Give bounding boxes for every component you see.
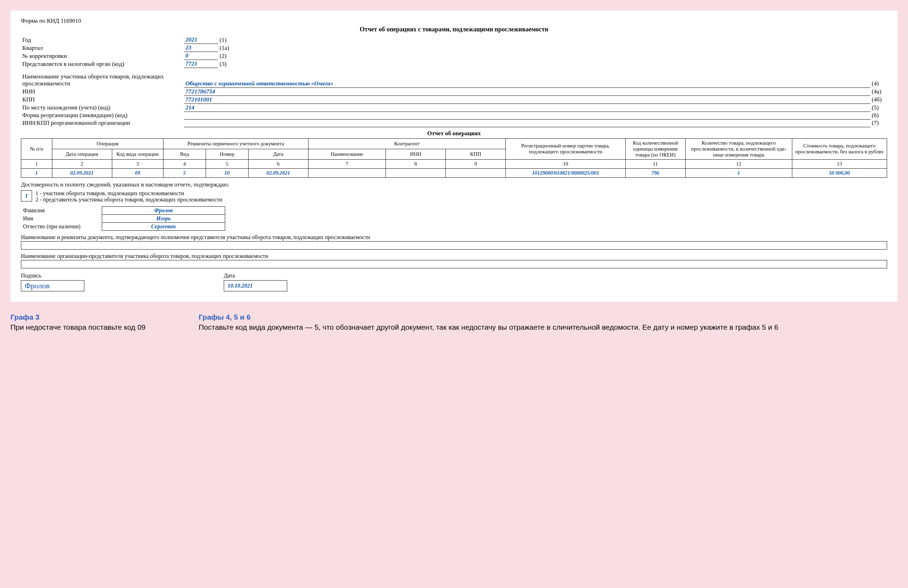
kpp-num: (4б) [870,95,887,103]
report-title: Отчет об операциях с товарами, подлежащи… [21,26,887,33]
col-qty: Количество товара, подлежащего прослежив… [685,139,792,159]
cell-1: 1 [21,168,52,177]
year-label: Год [21,36,184,44]
tax-num: (3) [218,60,235,68]
cell-5: 10 [206,168,248,177]
cell-4: 5 [163,168,206,177]
cell-11: 796 [625,168,685,177]
quarter-num: (1а) [218,44,235,52]
note-1-heading: Графа 3 [10,312,178,322]
note-col-3: Графа 3 При недостаче товара поставьте к… [10,312,178,332]
loc-num: (5) [870,103,887,111]
corr-num: (2) [218,52,235,60]
column-number-row: 1 2 3 4 5 6 7 8 9 10 11 12 13 [21,159,887,168]
cell-7 [308,168,385,177]
role-row: 1 1 - участник оборота товаров, подлежащ… [21,190,887,203]
cell-9 [446,168,506,177]
org-rep-label: Наименование организации-представителя у… [21,253,887,259]
loc-label: По месту нахождения (учета) (код) [21,103,184,111]
participant-num: (4) [870,73,887,87]
date-value: 10.10.2021 [228,283,253,289]
cell-13: 50 000,00 [792,168,887,177]
col-operation: Операция [52,139,163,149]
kpp-label: КПП [21,95,184,103]
cell-8 [386,168,446,177]
role-2: 2 - представитель участника оборота това… [35,197,222,203]
surname-value: Фролов [102,206,225,214]
signature-value: Фролов [25,281,50,290]
inn-value: 7721786754 [184,87,870,95]
surname-label: Фамилия [21,206,102,214]
col-counter: Контрагент [308,139,506,149]
form-code: Форма по КНД 1169010 [21,18,887,24]
confirm-text: Достоверность и полноту сведений, указан… [21,181,887,188]
date-box: 10.10.2021 [224,280,287,292]
col-c-inn: ИНН [386,149,446,159]
quarter-value: 23 [184,44,218,52]
auth-doc-box [21,241,887,250]
col-primary: Реквизиты первичного учетного документа [163,139,308,149]
col-unit: Код коли­чественной единицы измерения то… [625,139,685,159]
col-p-date: Дата [248,149,308,159]
inn-label: ИНН [21,87,184,95]
header-block-2: Наименование участника оборота товаров, … [21,73,887,127]
patr-label: Отчество (при наличии) [21,222,102,230]
auth-doc-label: Наименование и реквизиты документа, подт… [21,234,887,240]
ops-subtitle: Отчет об операциях [21,130,887,137]
cell-6: 02.09.2021 [248,168,308,177]
operations-table: № п/п Операция Реквизиты первичного учет… [21,139,887,178]
col-op-code: Код вида операции [112,149,163,159]
col-p-vid: Вид [163,149,206,159]
reorg-value [184,111,870,119]
corr-value: 0 [184,52,218,60]
cell-3: 09 [112,168,163,177]
year-value: 2021 [184,36,218,44]
participant-label: Наименование участника оборота товаров, … [21,73,184,87]
role-1: 1 - участник оборота товаров, подлежащих… [35,190,222,197]
reorg-inn-num: (7) [870,119,887,127]
date-label: Дата [224,272,287,279]
kpp-value: 772101001 [184,95,870,103]
cell-12: 1 [685,168,792,177]
col-c-name: Наименование [308,149,385,159]
note-1-text: При недостаче товара поставьте код 09 [10,322,178,332]
tax-value: 7721 [184,60,218,68]
col-cost: Стоимость товара, подлежащего прослежива… [792,139,887,159]
role-value: 1 [21,190,32,201]
signature-box: Фролов [21,280,84,292]
col-op-date: Дата операции [52,149,112,159]
loc-value: 214 [184,103,870,111]
document-sheet: Форма по КНД 1169010 Отчет об операциях … [10,10,898,302]
col-c-kpp: КПП [446,149,506,159]
quarter-label: Квартал [21,44,184,52]
inn-num: (4а) [870,87,887,95]
note-col-456: Графы 4, 5 и 6 Поставьте код вида докуме… [199,312,898,332]
col-reg: Регистрационный номер партии товара, под… [506,139,625,159]
tax-label: Представляется в налоговый орган (код) [21,60,184,68]
note-2-heading: Графы 4, 5 и 6 [199,312,898,322]
note-2-text: Поставьте код вида документа — 5, что об… [199,322,898,332]
name-value: Игорь [102,214,225,222]
cell-2: 02.09.2021 [52,168,112,177]
footnotes: Графа 3 При недостаче товара поставьте к… [10,312,898,332]
col-npp: № п/п [21,139,52,159]
reorg-inn-value [184,119,870,127]
patr-value: Сергеевич [102,222,225,230]
cell-10: 10129000/010821/0000025/001 [506,168,625,177]
reorg-inn-label: ИНН/КПП реорганизованной организации [21,119,184,127]
reorg-label: Форма реорганизации (ликвидации) (код) [21,111,184,119]
reorg-num: (6) [870,111,887,119]
participant-value: Общество с ограниченной ответственностью… [184,73,870,87]
name-table: Фамилия Фролов Имя Игорь Отчество (при н… [21,206,225,231]
signature-label: Подпись [21,272,84,279]
col-p-num: Номер [206,149,248,159]
data-row: 1 02.09.2021 09 5 10 02.09.2021 10129000… [21,168,887,177]
corr-label: № корректировки [21,52,184,60]
name-label: Имя [21,214,102,222]
header-block-1: Год 2021 (1) Квартал 23 (1а) № корректир… [21,36,887,68]
org-rep-box [21,260,887,268]
year-num: (1) [218,36,235,44]
